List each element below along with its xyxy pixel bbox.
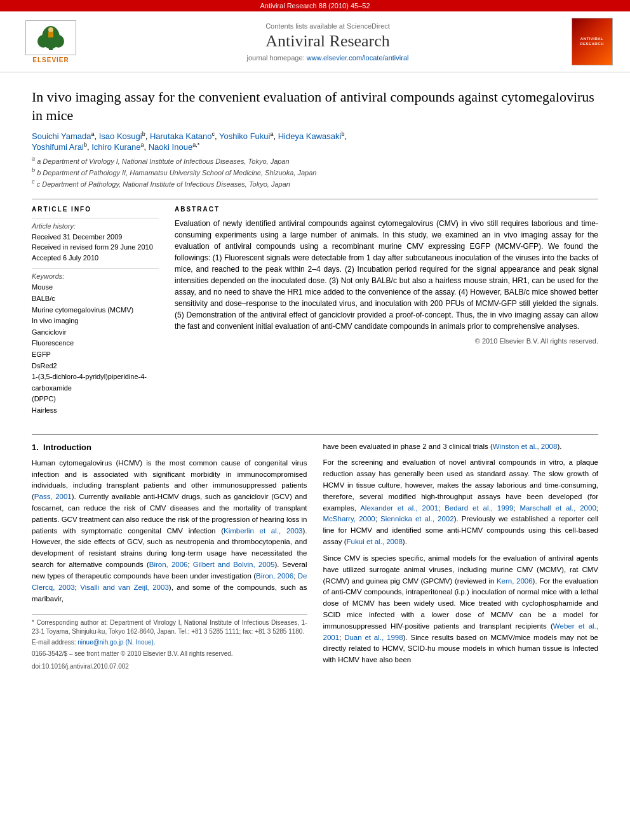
section-number: 1.	[32, 443, 39, 452]
cite-gilbert2005[interactable]: Gilbert and Bolvin, 2005	[193, 561, 275, 568]
cite-fukui2008[interactable]: Fukui et al., 2008	[347, 538, 403, 545]
author-kawasaki: Hideya Kawasaki	[278, 132, 342, 142]
author-kurane: Ichiro Kurane	[91, 142, 140, 152]
received-date: Received 31 December 2009	[32, 232, 159, 243]
cite-kimberlin2003[interactable]: Kimberlin et al., 2003	[224, 527, 302, 535]
svg-point-3	[37, 35, 49, 48]
author-arai: Yoshifumi Arai	[32, 142, 84, 152]
body-left-column: 1. Introduction Human cytomegalovirus (H…	[32, 441, 307, 672]
abstract-panel: ABSTRACT Evaluation of newly identified …	[175, 206, 598, 422]
article-history: Article history: Received 31 December 20…	[32, 218, 159, 263]
right-para-3: Since CMV is species specific, animal mo…	[323, 553, 599, 666]
copyright-line: © 2010 Elsevier B.V. All rights reserved…	[175, 337, 598, 345]
keyword-hairless: Hairless	[32, 405, 159, 417]
right-para-2: For the screening and evaluation of nove…	[323, 457, 599, 548]
elsevier-logo-area: ELSEVIER	[13, 20, 89, 63]
info-abstract-section: ARTICLE INFO Article history: Received 3…	[32, 199, 598, 422]
cite-marschall2000[interactable]: Marschall et al., 2000	[519, 504, 596, 512]
infected-text: Infected	[572, 644, 598, 652]
cover-text: ANTIVIRAL RESEARCH	[575, 37, 610, 47]
journal-title: Antiviral Research	[89, 32, 566, 51]
keyword-dsred: DsRed2	[32, 361, 159, 372]
doi-line: doi:10.1016/j.antiviral.2010.07.002	[32, 662, 307, 672]
keyword-balbc: BALB/c	[32, 293, 159, 305]
keywords-label: Keywords:	[32, 272, 159, 280]
cite-biron2006[interactable]: Biron, 2006	[149, 561, 188, 568]
body-two-column: 1. Introduction Human cytomegalovirus (H…	[32, 441, 598, 672]
intro-heading: 1. Introduction	[32, 441, 307, 454]
history-label: Article history:	[32, 222, 159, 230]
cite-kern2006[interactable]: Kern, 2006	[497, 577, 533, 585]
author-fukui: Yoshiko Fukui	[219, 132, 270, 142]
svg-rect-6	[48, 32, 53, 37]
keywords-list: Mouse BALB/c Murine cytomegalovirus (MCM…	[32, 282, 159, 416]
svg-point-5	[48, 27, 53, 32]
section-title-text: Introduction	[43, 443, 91, 452]
keyword-egfp: EGFP	[32, 349, 159, 361]
journal-header: ELSEVIER Contents lists available at Sci…	[0, 11, 630, 72]
body-right-column: have been evaluated in phase 2 and 3 cli…	[323, 441, 599, 672]
journal-cover-image: ANTIVIRAL RESEARCH	[572, 18, 613, 65]
accepted-date: Accepted 6 July 2010	[32, 253, 159, 263]
keyword-mouse: Mouse	[32, 282, 159, 293]
email-link[interactable]: ninue@nih.go.jp (N. Inoue).	[77, 639, 155, 646]
keyword-mcmv: Murine cytomegalovirus (MCMV)	[32, 305, 159, 316]
affiliation-b: b b Department of Pathology II, Hamamats…	[32, 166, 598, 178]
sciencedirect-link-line: Contents lists available at ScienceDirec…	[89, 22, 566, 30]
cite-visalli2003[interactable]: Visalli and van Zeijl, 2003	[80, 583, 169, 591]
author-yamada: Souichi Yamada	[32, 132, 91, 142]
keyword-ganciclovir: Ganciclovir	[32, 327, 159, 338]
cite-duan1998[interactable]: Duan et al., 1998	[344, 634, 403, 641]
homepage-label: journal homepage:	[247, 54, 305, 62]
article-info-panel: ARTICLE INFO Article history: Received 3…	[32, 206, 159, 422]
author-katano: Harutaka Katano	[150, 132, 212, 142]
email-label: E-mail address:	[32, 639, 76, 646]
svg-point-4	[53, 35, 64, 48]
elsevier-tree-logo	[25, 20, 76, 55]
keyword-dppc-full: 1-(3,5-dichloro-4-pyridyl)piperidine-4-c…	[32, 371, 159, 394]
affiliations: a a Department of Virology I, National I…	[32, 155, 598, 189]
journal-homepage-line: journal homepage: www.elsevier.com/locat…	[89, 54, 566, 62]
article-info-title: ARTICLE INFO	[32, 206, 159, 213]
revised-date: Received in revised form 29 June 2010	[32, 242, 159, 253]
keywords-section: Keywords: Mouse BALB/c Murine cytomegalo…	[32, 268, 159, 416]
cite-biron2006b[interactable]: Biron, 2006	[256, 572, 293, 580]
elsevier-brand-text: ELSEVIER	[32, 57, 69, 63]
keyword-fluorescence: Fluorescence	[32, 338, 159, 349]
affiliation-c: c c Department of Pathology, National In…	[32, 178, 598, 189]
affiliation-a: a a Department of Virology I, National I…	[32, 155, 598, 166]
cite-alexander2001[interactable]: Alexander et al., 2001	[360, 504, 438, 512]
abstract-text: Evaluation of newly identified antiviral…	[175, 218, 598, 332]
article-main: In vivo imaging assay for the convenient…	[0, 72, 630, 681]
author-inoue: Naoki Inoue	[149, 142, 192, 152]
article-title: In vivo imaging assay for the convenient…	[32, 88, 598, 124]
right-para-1: have been evaluated in phase 2 and 3 cli…	[323, 441, 599, 453]
body-section: 1. Introduction Human cytomegalovirus (H…	[32, 434, 598, 672]
homepage-link[interactable]: www.elsevier.com/locate/antiviral	[307, 54, 409, 62]
journal-title-area: Contents lists available at ScienceDirec…	[89, 22, 566, 62]
journal-citation-bar: Antiviral Research 88 (2010) 45–52	[0, 0, 630, 11]
cite-winston2008[interactable]: Winston et al., 2008	[493, 443, 558, 450]
contents-label: Contents lists available at ScienceDirec…	[265, 22, 390, 30]
intro-paragraph-1: Human cytomegalovirus (HCMV) is the most…	[32, 458, 307, 605]
footnote-area: * Corresponding author at: Department of…	[32, 614, 307, 671]
email-note: E-mail address: ninue@nih.go.jp (N. Inou…	[32, 638, 307, 647]
cite-bedard1999[interactable]: Bedard et al., 1999	[445, 504, 513, 512]
journal-cover-area: ANTIVIRAL RESEARCH	[566, 18, 617, 65]
corresponding-author-note: * Corresponding author at: Department of…	[32, 618, 307, 636]
cite-pass2001[interactable]: Pass, 2001	[34, 493, 72, 500]
cite-siennicka2002[interactable]: Siennicka et al., 2002	[380, 515, 454, 523]
keyword-dppc: (DPPC)	[32, 394, 159, 405]
cite-mcsharry2000[interactable]: McSharry, 2000	[323, 515, 375, 523]
author-kosugi: Isao Kosugi	[99, 132, 142, 142]
journal-citation: Antiviral Research 88 (2010) 45–52	[260, 2, 370, 10]
issn-line: 0166-3542/$ – see front matter © 2010 El…	[32, 649, 307, 659]
authors-line: Souichi Yamadaa, Isao Kosugib, Harutaka …	[32, 131, 598, 152]
keyword-invivo: In vivo imaging	[32, 316, 159, 327]
abstract-title: ABSTRACT	[175, 206, 598, 213]
